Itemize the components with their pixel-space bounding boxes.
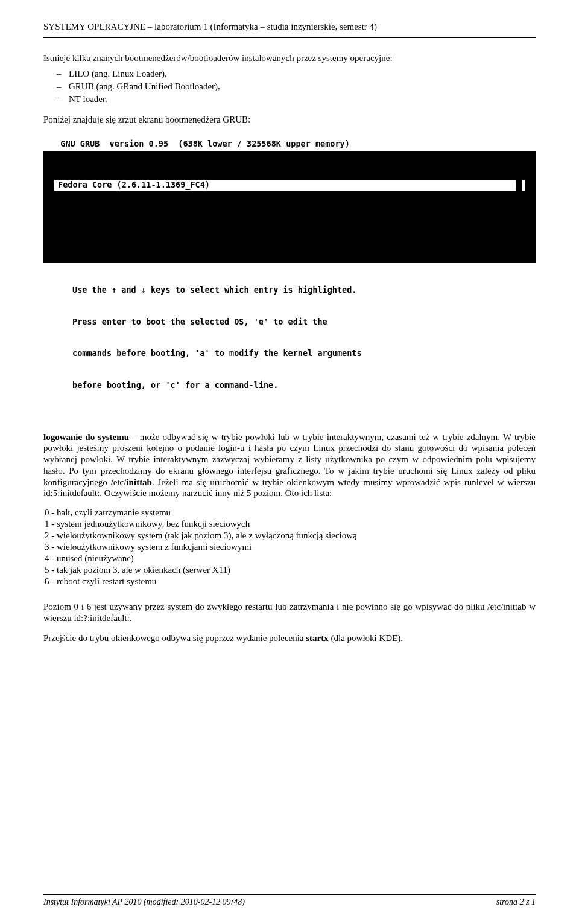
- grub-version-line: GNU GRUB version 0.95 (638K lower / 3255…: [43, 136, 536, 152]
- grub-hint-line: Press enter to boot the selected OS, 'e'…: [72, 317, 507, 328]
- list-item: 0 - halt, czyli zatrzymanie systemu: [45, 508, 536, 518]
- login-paragraph: logowanie do systemu – może odbywać się …: [43, 432, 536, 500]
- grub-hints: Use the ↑ and ↓ keys to select which ent…: [43, 263, 536, 417]
- list-item: 1 - system jednoużytkownikowy, bez funkc…: [45, 519, 536, 529]
- startx-pre: Przejście do trybu okienkowego odbywa si…: [43, 633, 306, 643]
- startx-paragraph: Przejście do trybu okienkowego odbywa si…: [43, 632, 536, 644]
- grub-screenshot: GNU GRUB version 0.95 (638K lower / 3255…: [43, 136, 536, 417]
- list-item: LILO (ang. Linux Loader),: [69, 69, 536, 79]
- page-footer: Instytut Informatyki AP 2010 (modified: …: [43, 894, 536, 907]
- startx-post: (dla powłoki KDE).: [329, 633, 403, 643]
- grub-selected-entry: Fedora Core (2.6.11-1.1369_FC4) █: [54, 180, 525, 191]
- list-item: 4 - unused (nieużywane): [45, 553, 536, 564]
- cursor-icon: █: [516, 180, 522, 191]
- grub-menu-box: Fedora Core (2.6.11-1.1369_FC4) █: [43, 151, 536, 263]
- footer-right: strona 2 z 1: [496, 897, 536, 907]
- inittab-bold: inittab: [126, 477, 152, 487]
- page: SYSTEMY OPERACYJNE – laboratorium 1 (Inf…: [0, 0, 579, 924]
- bootloader-list: LILO (ang. Linux Loader), GRUB (ang. GRa…: [43, 69, 536, 104]
- list-item: NT loader.: [69, 94, 536, 104]
- grub-hint-line: commands before booting, 'a' to modify t…: [72, 348, 507, 359]
- footer-divider: [43, 894, 536, 895]
- list-item: 2 - wieloużytkownikowy system (tak jak p…: [45, 531, 536, 541]
- page-header: SYSTEMY OPERACYJNE – laboratorium 1 (Inf…: [43, 22, 536, 32]
- footer-left: Instytut Informatyki AP 2010 (modified: …: [43, 897, 245, 907]
- list-item: GRUB (ang. GRand Unified Bootloader),: [69, 81, 536, 92]
- screenshot-caption: Poniżej znajduje się zrzut ekranu bootme…: [43, 114, 536, 126]
- header-title: SYSTEMY OPERACYJNE – laboratorium 1 (Inf…: [43, 22, 377, 31]
- list-item: 6 - reboot czyli restart systemu: [45, 576, 536, 587]
- list-item: 3 - wieloużytkownikowy system z funkcjam…: [45, 542, 536, 552]
- login-lead-bold: logowanie do systemu: [43, 432, 129, 442]
- list-item: 5 - tak jak poziom 3, ale w okienkach (s…: [45, 565, 536, 575]
- grub-entry-label: Fedora Core (2.6.11-1.1369_FC4): [58, 180, 210, 191]
- grub-hint-line: before booting, or 'c' for a command-lin…: [72, 380, 507, 391]
- grub-hint-line: Use the ↑ and ↓ keys to select which ent…: [72, 285, 507, 296]
- header-divider: [43, 37, 536, 38]
- intro-paragraph: Istnieje kilka znanych bootmenedżerów/bo…: [43, 53, 536, 64]
- runlevel-note: Poziom 0 i 6 jest używany przez system d…: [43, 601, 536, 624]
- runlevel-list: 0 - halt, czyli zatrzymanie systemu 1 - …: [43, 508, 536, 587]
- startx-bold: startx: [306, 633, 329, 643]
- intro-text: Istnieje kilka znanych bootmenedżerów/bo…: [43, 53, 393, 63]
